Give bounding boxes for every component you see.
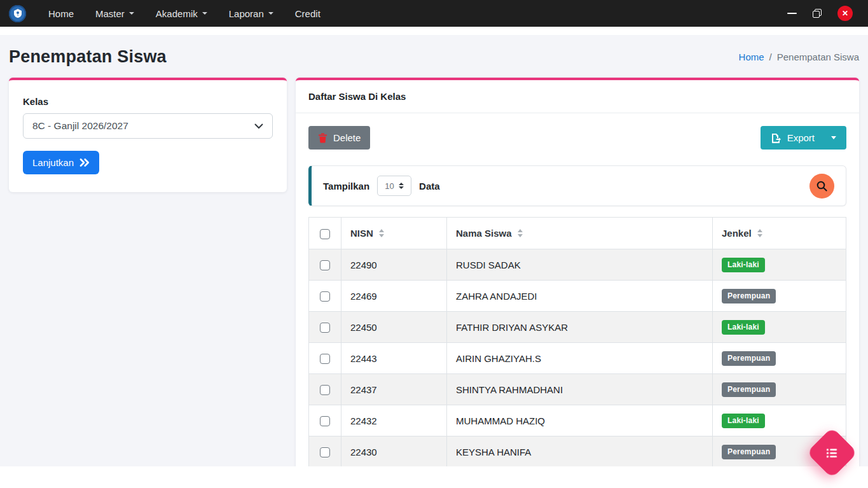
- double-chevron-right-icon: [79, 158, 90, 167]
- cell-nama-siswa: AIRIN GHAZIYAH.S: [447, 343, 713, 374]
- delete-button[interactable]: Delete: [308, 126, 370, 150]
- window-controls: ✕: [787, 6, 859, 21]
- nav-item-credit[interactable]: Credit: [284, 0, 331, 27]
- kelas-label: Kelas: [23, 96, 273, 107]
- cell-nisn: 22450: [341, 312, 447, 343]
- breadcrumb-home-link[interactable]: Home: [739, 52, 764, 62]
- list-icon: [827, 448, 838, 458]
- row-checkbox[interactable]: [320, 416, 330, 426]
- daftar-siswa-title: Daftar Siswa Di Kelas: [296, 80, 859, 113]
- page-size-select[interactable]: 10: [377, 176, 411, 196]
- page-wrapper: Penempatan Siswa Home / Penempatan Siswa…: [0, 35, 868, 466]
- cell-nisn: 22490: [341, 249, 447, 281]
- sort-icon: [518, 229, 523, 237]
- table-row: 22437 SHINTYA RAHMADHANI Perempuan: [309, 374, 846, 405]
- search-button[interactable]: [809, 174, 834, 199]
- table-row: 22490 RUSDI SADAK Laki-laki: [309, 249, 846, 281]
- kelas-card: Kelas 8C - Ganjil 2026/2027 Lanjutkan: [9, 78, 287, 192]
- cell-nisn: 22432: [341, 405, 447, 436]
- nav-item-master[interactable]: Master: [85, 0, 145, 27]
- student-table: NISN Nama Siswa: [308, 217, 846, 466]
- table-header-row: NISN Nama Siswa: [309, 218, 846, 249]
- select-arrows-icon: [399, 183, 404, 189]
- gender-badge: Laki-laki: [722, 320, 765, 335]
- gender-badge: Perempuan: [722, 382, 776, 397]
- cell-nisn: 22430: [341, 436, 447, 467]
- table-row: 22432 MUHAMMAD HAZIQ Laki-laki: [309, 405, 846, 436]
- cell-nama-siswa: KEYSHA HANIFA: [447, 436, 713, 467]
- select-all-checkbox[interactable]: [320, 229, 330, 239]
- table-row: 22443 AIRIN GHAZIYAH.S Perempuan: [309, 343, 846, 374]
- table-row: 22469 ZAHRA ANDAJEDI Perempuan: [309, 281, 846, 312]
- gender-badge: Perempuan: [722, 289, 776, 303]
- cell-nama-siswa: ZAHRA ANDAJEDI: [447, 281, 713, 312]
- kelas-select-value: 8C - Ganjil 2026/2027: [32, 120, 128, 132]
- sort-icon: [379, 229, 384, 237]
- nav-item-home[interactable]: Home: [38, 0, 85, 27]
- row-checkbox[interactable]: [320, 291, 330, 302]
- navbar: HomeMasterAkademikLaporanCredit ✕: [0, 0, 868, 27]
- show-prefix-label: Tampilkan: [323, 181, 369, 192]
- header-jenkel[interactable]: Jenkel: [713, 218, 846, 249]
- row-checkbox[interactable]: [320, 447, 330, 457]
- page-header: Penempatan Siswa Home / Penempatan Siswa: [9, 35, 859, 67]
- export-button-label: Export: [787, 132, 815, 143]
- breadcrumb-current: Penempatan Siswa: [777, 52, 859, 62]
- gender-badge: Laki-laki: [722, 414, 765, 428]
- table-row: 22430 KEYSHA HANIFA Perempuan: [309, 436, 846, 467]
- breadcrumb-separator: /: [769, 52, 772, 62]
- minimize-icon[interactable]: [787, 13, 797, 14]
- tutwuri-education-logo-icon: [9, 5, 26, 22]
- cell-nama-siswa: RUSDI SADAK: [447, 249, 713, 281]
- cell-nama-siswa: MUHAMMAD HAZIQ: [447, 405, 713, 436]
- navbar-menu: HomeMasterAkademikLaporanCredit: [38, 0, 331, 27]
- caret-down-icon: [202, 12, 207, 15]
- cell-nama-siswa: SHINTYA RAHMADHANI: [447, 374, 713, 405]
- row-checkbox[interactable]: [320, 323, 330, 333]
- gender-badge: Perempuan: [722, 445, 776, 459]
- delete-button-label: Delete: [333, 132, 361, 143]
- student-table-body: 22490 RUSDI SADAK Laki-laki 22469 ZAHRA …: [309, 249, 846, 467]
- show-suffix-label: Data: [419, 181, 440, 192]
- gender-badge: Perempuan: [722, 351, 776, 366]
- export-caret-icon: [831, 136, 836, 139]
- shield-emblem-icon: [13, 8, 23, 18]
- search-icon: [816, 180, 828, 192]
- kelas-select[interactable]: 8C - Ganjil 2026/2027: [23, 113, 273, 139]
- export-button[interactable]: Export: [761, 126, 846, 150]
- table-toolbar: Tampilkan 10 Data: [308, 165, 846, 206]
- lanjutkan-button-label: Lanjutkan: [32, 157, 74, 168]
- table-row: 22450 FATHIR DRIYAN ASYKAR Laki-laki: [309, 312, 846, 343]
- sort-icon: [757, 229, 762, 237]
- gender-badge: Laki-laki: [722, 258, 765, 272]
- page-title: Penempatan Siswa: [9, 47, 167, 67]
- row-checkbox[interactable]: [320, 260, 330, 270]
- cell-nama-siswa: FATHIR DRIYAN ASYKAR: [447, 312, 713, 343]
- breadcrumb: Home / Penempatan Siswa: [739, 52, 859, 62]
- restore-icon[interactable]: [813, 9, 822, 18]
- daftar-siswa-card: Daftar Siswa Di Kelas Delete: [296, 78, 859, 466]
- trash-icon: [318, 133, 327, 143]
- cell-nisn: 22443: [341, 343, 447, 374]
- row-checkbox[interactable]: [320, 354, 330, 364]
- chevron-down-icon: [254, 123, 263, 129]
- file-export-icon: [771, 133, 781, 143]
- caret-down-icon: [129, 12, 134, 15]
- lanjutkan-button[interactable]: Lanjutkan: [23, 151, 99, 174]
- page-size-value: 10: [385, 181, 394, 191]
- caret-down-icon: [268, 12, 273, 15]
- nav-item-laporan[interactable]: Laporan: [218, 0, 284, 27]
- header-nama-siswa[interactable]: Nama Siswa: [447, 218, 713, 249]
- cell-nisn: 22437: [341, 374, 447, 405]
- header-nisn[interactable]: NISN: [341, 218, 447, 249]
- close-icon[interactable]: ✕: [837, 6, 853, 21]
- nav-item-akademik[interactable]: Akademik: [145, 0, 218, 27]
- row-checkbox[interactable]: [320, 385, 330, 395]
- cell-nisn: 22469: [341, 281, 447, 312]
